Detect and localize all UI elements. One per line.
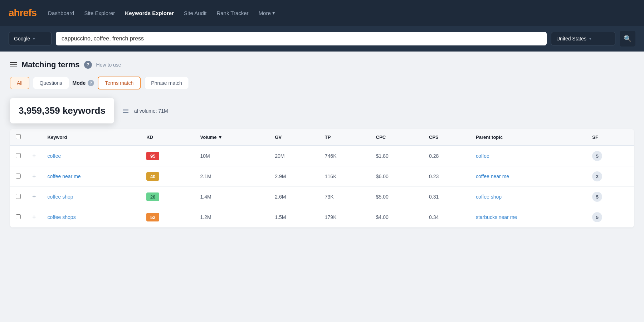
cps-cell: 0.31 — [423, 187, 470, 207]
add-cell-2[interactable]: + — [26, 187, 42, 207]
volume-cell: 1.4M — [194, 187, 269, 207]
stats-toggle[interactable] — [123, 109, 128, 113]
keyword-link[interactable]: coffee near me — [48, 174, 81, 179]
cps-cell: 0.23 — [423, 166, 470, 187]
keyword-col-header[interactable]: Keyword — [42, 129, 141, 146]
gv-cell: 20M — [269, 146, 319, 166]
tp-col-header[interactable]: TP — [319, 129, 370, 146]
sidebar-toggle[interactable] — [10, 62, 17, 67]
keyword-link[interactable]: coffee shops — [48, 214, 76, 220]
all-filter-button[interactable]: All — [10, 77, 29, 89]
search-input-wrapper: cappuccino, coffee, french press — [56, 32, 547, 45]
row-checkbox-cell[interactable] — [10, 146, 26, 166]
filter-row: All Questions Mode ? Terms match Phrase … — [10, 77, 634, 89]
cpc-cell: $4.00 — [370, 207, 423, 228]
add-cell-0[interactable]: + — [26, 146, 42, 166]
mode-help-icon[interactable]: ? — [88, 80, 94, 86]
help-icon[interactable]: ? — [84, 61, 92, 69]
terms-match-button[interactable]: Terms match — [98, 77, 141, 89]
parent-topic-cell: coffee shop — [470, 187, 586, 207]
row-checkbox-0[interactable] — [16, 153, 21, 158]
cps-cell: 0.28 — [423, 146, 470, 166]
page-header: Matching terms ? How to use — [10, 60, 634, 69]
parent-topic-link[interactable]: starbucks near me — [476, 214, 517, 220]
add-icon[interactable]: + — [32, 152, 36, 160]
parent-topic-link[interactable]: coffee — [476, 153, 489, 159]
row-checkbox-1[interactable] — [16, 174, 21, 179]
table-row: + coffee near me 40 2.1M 2.9M 116K $6.00… — [10, 166, 634, 187]
sf-cell: 5 — [586, 187, 634, 207]
kd-cell: 95 — [141, 146, 194, 166]
chevron-down-icon: ▾ — [589, 36, 591, 41]
row-checkbox-2[interactable] — [16, 194, 21, 199]
engine-select[interactable]: Google ▾ — [9, 32, 52, 45]
add-cell-3[interactable]: + — [26, 207, 42, 228]
table-header-row: Keyword KD Volume ▼ GV TP CPC CPS Parent… — [10, 129, 634, 146]
select-all-header[interactable] — [10, 129, 26, 146]
parent-topic-cell: coffee near me — [470, 166, 586, 187]
volume-cell: 10M — [194, 146, 269, 166]
row-checkbox-3[interactable] — [16, 214, 21, 219]
nav-site-audit[interactable]: Site Audit — [184, 10, 206, 16]
phrase-match-button[interactable]: Phrase match — [144, 77, 189, 89]
kd-badge: 40 — [146, 172, 159, 181]
select-all-checkbox[interactable] — [16, 134, 21, 139]
gv-col-header[interactable]: GV — [269, 129, 319, 146]
sf-cell: 2 — [586, 166, 634, 187]
add-icon[interactable]: + — [32, 173, 36, 180]
total-volume-stats: al volume: 71M — [134, 108, 168, 114]
country-select[interactable]: United States ▾ — [551, 32, 615, 45]
chevron-down-icon: ▾ — [272, 10, 275, 16]
add-icon[interactable]: + — [32, 214, 36, 221]
parent-topic-cell: starbucks near me — [470, 207, 586, 228]
nav-rank-tracker[interactable]: Rank Tracker — [216, 10, 248, 16]
navbar: ahrefs Dashboard Site Explorer Keywords … — [0, 0, 644, 26]
card-stats-row: 3,959,359 keywords al volume: 71M — [10, 98, 634, 123]
kd-cell: 40 — [141, 166, 194, 187]
kd-badge: 52 — [146, 213, 159, 221]
nav-links: Dashboard Site Explorer Keywords Explore… — [48, 10, 275, 16]
kd-col-header[interactable]: KD — [141, 129, 194, 146]
keyword-link[interactable]: coffee shop — [48, 194, 73, 200]
sf-cell: 5 — [586, 146, 634, 166]
sf-badge: 5 — [592, 151, 602, 161]
search-query: cappuccino, coffee, french press — [62, 35, 144, 42]
nav-more[interactable]: More ▾ — [259, 10, 275, 16]
nav-keywords-explorer[interactable]: Keywords Explorer — [125, 10, 174, 16]
row-checkbox-cell[interactable] — [10, 207, 26, 228]
kd-badge: 95 — [146, 152, 159, 160]
cpc-col-header[interactable]: CPC — [370, 129, 423, 146]
main-content: Matching terms ? How to use All Question… — [0, 52, 644, 236]
sf-col-header[interactable]: SF — [586, 129, 634, 146]
add-icon[interactable]: + — [32, 193, 36, 200]
gv-cell: 2.6M — [269, 187, 319, 207]
parent-topic-link[interactable]: coffee shop — [476, 194, 502, 200]
how-to-use-link[interactable]: How to use — [96, 62, 121, 68]
stats-row: al volume: 71M — [114, 98, 168, 114]
tp-cell: 73K — [319, 187, 370, 207]
search-icon: 🔍 — [624, 35, 631, 43]
table-row: + coffee 95 10M 20M 746K $1.80 0.28 coff… — [10, 146, 634, 166]
keyword-cell: coffee shop — [42, 187, 141, 207]
keyword-link[interactable]: coffee — [48, 153, 61, 159]
search-button[interactable]: 🔍 — [620, 31, 635, 47]
row-checkbox-cell[interactable] — [10, 187, 26, 207]
sf-cell: 5 — [586, 207, 634, 228]
gv-cell: 2.9M — [269, 166, 319, 187]
kd-cell: 52 — [141, 207, 194, 228]
keyword-cell: coffee near me — [42, 166, 141, 187]
add-cell-1[interactable]: + — [26, 166, 42, 187]
cpc-cell: $1.80 — [370, 146, 423, 166]
volume-col-header[interactable]: Volume ▼ — [194, 129, 269, 146]
parent-topic-col-header[interactable]: Parent topic — [470, 129, 586, 146]
row-checkbox-cell[interactable] — [10, 166, 26, 187]
cpc-cell: $6.00 — [370, 166, 423, 187]
parent-topic-link[interactable]: coffee near me — [476, 174, 509, 179]
parent-topic-cell: coffee — [470, 146, 586, 166]
gv-cell: 1.5M — [269, 207, 319, 228]
nav-site-explorer[interactable]: Site Explorer — [84, 10, 115, 16]
nav-dashboard[interactable]: Dashboard — [48, 10, 74, 16]
cps-col-header[interactable]: CPS — [423, 129, 470, 146]
questions-filter-button[interactable]: Questions — [33, 77, 69, 89]
volume-cell: 1.2M — [194, 207, 269, 228]
